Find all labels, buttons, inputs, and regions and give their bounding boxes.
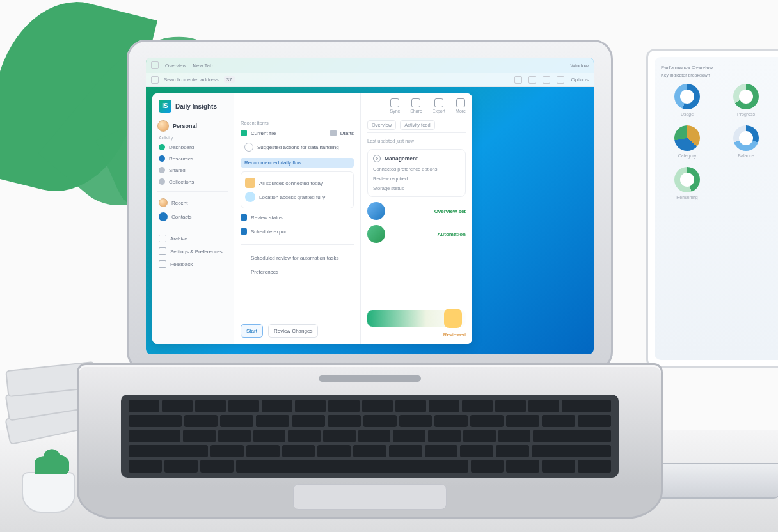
trackpad — [293, 484, 447, 510]
mid-chip[interactable]: Drafts — [340, 130, 354, 136]
toolbar-icon[interactable] — [528, 76, 536, 84]
share-icon — [411, 98, 420, 107]
sidebar-item-contacts[interactable]: Contacts — [157, 210, 228, 224]
site-icon — [151, 76, 159, 84]
pie-chart-icon — [733, 125, 759, 151]
external-monitor: Performance Overview Key indicator break… — [646, 49, 778, 368]
feature-row[interactable]: Overview set — [367, 202, 466, 220]
progress-label: Reviewed — [367, 332, 466, 338]
monitor-subtitle: Key indicator breakdown — [661, 73, 772, 77]
toolbar-icon[interactable] — [543, 76, 550, 84]
feature-icon — [367, 225, 385, 243]
app-toolbar: Sync Share Export More — [390, 98, 466, 113]
address-bar[interactable]: Search or enter address 37 Options — [146, 73, 594, 87]
card-line: Connected preference options — [373, 166, 460, 172]
person-icon — [159, 198, 168, 207]
feature-icon — [367, 202, 385, 220]
export-icon — [434, 98, 443, 107]
person-icon — [159, 212, 168, 221]
mid-subtitle: Recent items — [241, 120, 354, 126]
avatar-icon[interactable] — [157, 120, 169, 132]
circle-icon — [241, 254, 247, 261]
sync-icon — [390, 98, 399, 107]
sidebar-group-label: Activity — [159, 136, 228, 140]
list-item[interactable]: Preferences — [241, 267, 354, 277]
pie-chart-icon — [674, 167, 700, 192]
list-item[interactable]: Scheduled review for automation tasks — [241, 253, 354, 263]
gear-icon — [159, 247, 166, 255]
card-line: Review required — [373, 176, 460, 182]
mid-card: All sources connected today Location acc… — [241, 171, 354, 208]
laptop-screen: Overview New Tab Window Search or enter … — [146, 58, 594, 354]
list-item[interactable]: Review status — [241, 212, 354, 223]
folder-icon — [159, 235, 166, 242]
sidebar-item-archive[interactable]: Archive — [157, 232, 228, 245]
management-card: Management Connected preference options … — [367, 149, 466, 197]
laptop-base — [77, 363, 663, 519]
browser-tab[interactable]: Overview — [165, 63, 186, 68]
feature-row[interactable]: Automation — [367, 225, 466, 243]
pie-chart-icon — [674, 125, 700, 151]
app-window: IS Daily Insights Sync Share Export More… — [152, 93, 472, 344]
sidebar-item-collections[interactable]: Collections — [157, 176, 228, 187]
laptop: Overview New Tab Window Search or enter … — [127, 40, 613, 513]
sidebar-item-resources[interactable]: Resources — [157, 153, 228, 164]
window-label: Window — [571, 63, 589, 68]
pie-chart-icon — [733, 84, 759, 109]
more-icon — [456, 98, 465, 107]
location-icon — [245, 192, 255, 202]
app-title: Daily Insights — [175, 103, 217, 110]
sidebar-heading: Personal — [173, 123, 197, 129]
square-icon — [330, 130, 337, 136]
browser-tab[interactable]: New Tab — [193, 63, 212, 68]
progress-marker-icon — [444, 309, 462, 328]
square-icon — [241, 228, 247, 235]
toolbar-more[interactable]: More — [456, 98, 466, 113]
pie-chart-icon — [674, 84, 700, 109]
review-button[interactable]: Review Changes — [268, 324, 318, 338]
app-header: IS Daily Insights — [159, 100, 217, 113]
toolbar-sync[interactable]: Sync — [390, 98, 401, 113]
gear-icon — [373, 155, 381, 162]
dot-icon — [159, 178, 165, 185]
monitor-title: Performance Overview — [661, 65, 772, 70]
sidebar-item-feedback[interactable]: Feedback — [157, 258, 228, 270]
dot-icon — [159, 155, 165, 162]
address-text: Search or enter address — [164, 77, 219, 82]
toolbar-icon[interactable] — [557, 76, 564, 84]
square-icon — [241, 214, 247, 221]
progress-bar — [367, 310, 466, 327]
panel-right: Overview Activity feed Last updated just… — [361, 93, 472, 344]
start-button[interactable]: Start — [241, 324, 263, 338]
panel-middle: Recent items Current file Drafts Suggest… — [234, 93, 361, 344]
sidebar-item-recent[interactable]: Recent — [157, 196, 228, 210]
sidebar: Personal Activity Dashboard Resources Sh… — [152, 93, 234, 344]
toolbar-export[interactable]: Export — [433, 98, 445, 113]
count-badge: 37 — [224, 76, 235, 83]
app-logo-icon: IS — [159, 100, 171, 113]
sidebar-item-shared[interactable]: Shared — [157, 164, 228, 176]
mid-chip[interactable]: Current file — [251, 130, 276, 136]
sidebar-item-settings[interactable]: Settings & Preferences — [157, 245, 228, 258]
tab-icon — [151, 61, 159, 69]
circle-icon — [241, 269, 247, 275]
browser-tabstrip: Overview New Tab Window — [146, 58, 594, 73]
dot-icon — [159, 167, 165, 173]
dot-icon — [159, 144, 165, 150]
chat-icon — [159, 260, 166, 268]
tab-activity[interactable]: Activity feed — [400, 120, 434, 130]
shield-icon — [245, 178, 255, 188]
square-icon — [241, 130, 247, 136]
card-line: Storage status — [373, 185, 460, 191]
toolbar-share[interactable]: Share — [410, 98, 422, 113]
sidebar-item-dashboard[interactable]: Dashboard — [157, 141, 228, 153]
toolbar-label[interactable]: Options — [571, 77, 589, 82]
keyboard — [121, 395, 619, 478]
tab-overview[interactable]: Overview — [367, 120, 396, 130]
toolbar-icon[interactable] — [514, 76, 522, 84]
right-subtitle: Last updated just now — [367, 138, 466, 144]
list-item[interactable]: Schedule export — [241, 226, 354, 237]
mid-heading: Suggested actions for data handling — [241, 140, 354, 154]
mid-highlight[interactable]: Recommended daily flow — [241, 158, 354, 168]
info-icon — [244, 143, 253, 152]
